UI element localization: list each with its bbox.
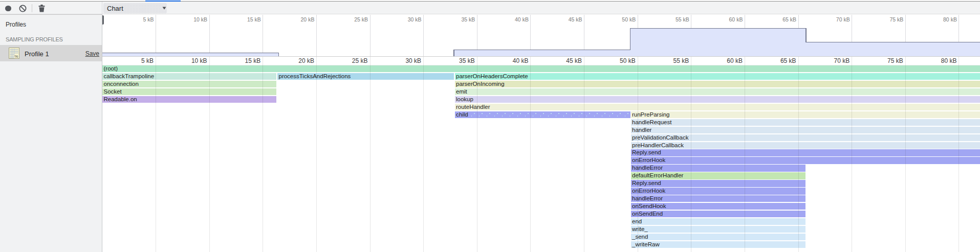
svg-text:%: % xyxy=(15,54,18,59)
